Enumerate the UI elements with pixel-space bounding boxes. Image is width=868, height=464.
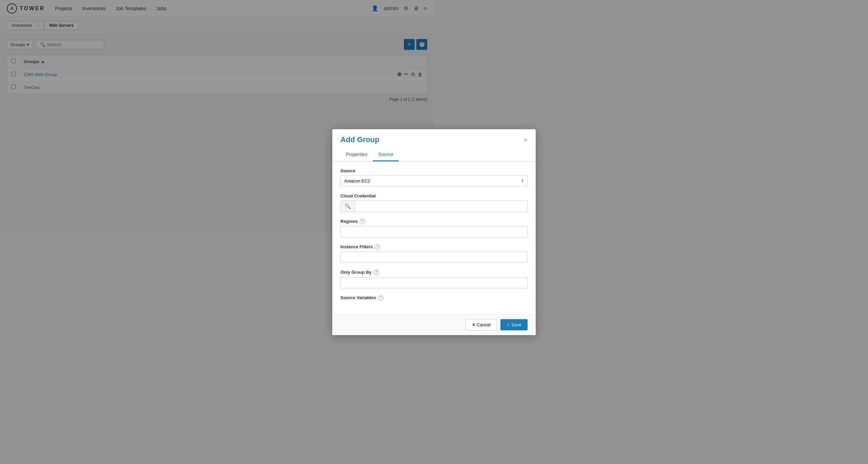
regions-group: Regions ?: [340, 219, 434, 232]
source-group: Source Amazon EC2 Manual Azure GCE OpenS…: [340, 168, 434, 187]
modal-overlay[interactable]: Add Group × Properties Source Source Ama…: [0, 0, 434, 232]
cloud-credential-label: Cloud Credential: [340, 193, 434, 198]
add-group-modal: Add Group × Properties Source Source Ama…: [332, 129, 434, 232]
source-label: Source: [340, 168, 434, 173]
tab-properties[interactable]: Properties: [340, 148, 373, 161]
source-select-wrapper: Amazon EC2 Manual Azure GCE OpenStack VM…: [340, 175, 434, 187]
modal-tabs: Properties Source: [332, 148, 434, 161]
cloud-credential-search: 🔍: [340, 200, 434, 212]
tab-source[interactable]: Source: [373, 148, 399, 161]
regions-input[interactable]: [340, 226, 434, 232]
cloud-credential-input[interactable]: [355, 201, 434, 212]
regions-help-icon[interactable]: ?: [360, 219, 365, 224]
cloud-credential-search-button[interactable]: 🔍: [341, 201, 355, 212]
cloud-credential-group: Cloud Credential 🔍: [340, 193, 434, 212]
source-select[interactable]: Amazon EC2 Manual Azure GCE OpenStack VM…: [340, 175, 434, 187]
modal-title: Add Group: [340, 135, 379, 144]
modal-body: Source Amazon EC2 Manual Azure GCE OpenS…: [332, 161, 434, 232]
regions-label: Regions ?: [340, 219, 434, 224]
modal-header: Add Group ×: [332, 129, 434, 144]
